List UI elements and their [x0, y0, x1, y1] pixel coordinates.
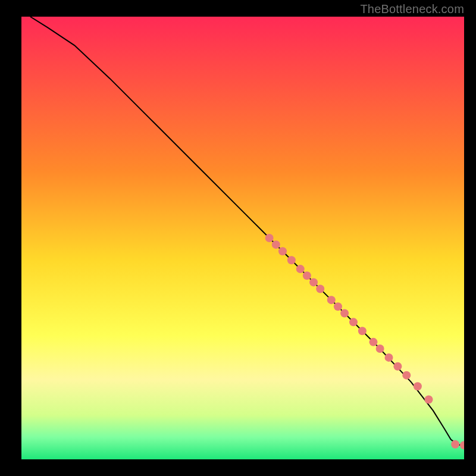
data-point [287, 256, 296, 264]
data-point [303, 271, 311, 280]
data-point [296, 265, 305, 273]
chart-frame: TheBottleneck.com [0, 0, 476, 476]
data-point [340, 309, 349, 317]
data-point [327, 296, 336, 304]
data-point [309, 278, 318, 286]
data-point [316, 285, 324, 293]
plot-area [21, 17, 464, 459]
data-point [451, 440, 459, 449]
data-point [265, 234, 274, 242]
gradient-background [21, 17, 464, 459]
chart-svg [21, 17, 464, 459]
watermark-text: TheBottleneck.com [360, 2, 464, 16]
data-point [334, 302, 342, 311]
data-point [376, 345, 384, 353]
data-point [272, 240, 280, 249]
data-point [385, 353, 393, 362]
data-point [414, 382, 422, 390]
data-point [393, 362, 402, 371]
data-point [369, 338, 377, 346]
data-point [402, 371, 411, 380]
data-point [349, 318, 358, 326]
data-point [424, 396, 433, 404]
data-point [358, 327, 367, 335]
data-point [278, 247, 287, 255]
